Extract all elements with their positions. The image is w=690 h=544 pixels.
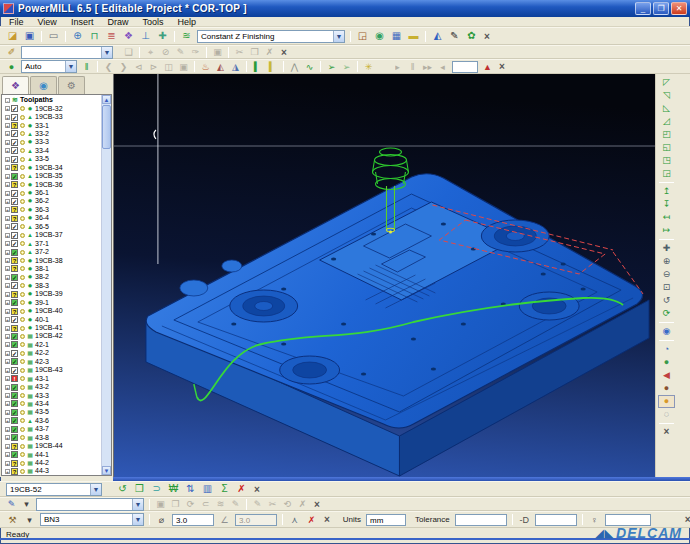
menu-item-insert[interactable]: Insert	[64, 18, 101, 27]
green-bar-icon[interactable]: ▍	[251, 61, 264, 73]
shade-plain-icon[interactable]: ●	[658, 356, 675, 369]
point-mode-icon[interactable]: ⋀	[288, 61, 301, 73]
expand-icon[interactable]: +	[5, 148, 10, 153]
expand-icon[interactable]: +	[5, 174, 10, 179]
toolpath-state-checkbox[interactable]: ?	[11, 122, 18, 129]
toolpath-item[interactable]: +?✹19CB-39	[2, 290, 101, 298]
draw-boundary-icon[interactable]: ✎	[229, 498, 242, 510]
start-point-icon[interactable]: ❖	[121, 29, 136, 43]
table-icon[interactable]: ▥	[200, 482, 215, 496]
toolpath-state-checkbox[interactable]: ✓	[11, 223, 18, 230]
run-macro-icon[interactable]: ❑	[122, 46, 135, 58]
expand-icon[interactable]: +	[5, 351, 10, 356]
expand-icon[interactable]: +	[5, 250, 10, 255]
sim-speed-field[interactable]	[452, 61, 478, 73]
toolpath-state-checkbox[interactable]: ?	[11, 325, 18, 332]
expand-icon[interactable]: +	[5, 317, 10, 322]
toolpath-item[interactable]: +✓✹38-2	[2, 273, 101, 281]
visibility-bulb-icon[interactable]	[20, 106, 25, 111]
scroll-up-icon[interactable]: ▲	[102, 95, 111, 104]
toolpath-state-checkbox[interactable]: ?	[11, 215, 18, 222]
toolpath-state-checkbox[interactable]: !	[11, 375, 18, 382]
open-boundary-icon[interactable]: ❐	[169, 498, 182, 510]
toolpath-item[interactable]: +✓▲19CB-35	[2, 172, 101, 180]
visibility-bulb-icon[interactable]	[20, 216, 25, 221]
toolpath-state-checkbox[interactable]: ✓	[11, 400, 18, 407]
visibility-bulb-icon[interactable]	[20, 359, 25, 364]
visibility-bulb-icon[interactable]	[20, 427, 25, 432]
title-bar[interactable]: PowerMILL 6.5 [ Editable Project * COR-T…	[0, 0, 690, 17]
toolpath-item[interactable]: +✓✹33-3	[2, 138, 101, 146]
toolpath-item[interactable]: +✓▦43-7	[2, 425, 101, 433]
eject-icon[interactable]: ▲	[481, 61, 494, 73]
toolpath-state-checkbox[interactable]: ✓	[11, 274, 18, 281]
rapid-heights-icon[interactable]: ≣	[104, 29, 119, 43]
toolpath-item[interactable]: +?▦19CB-44	[2, 442, 101, 450]
visibility-bulb-icon[interactable]	[20, 115, 25, 120]
shade-multicolour-icon[interactable]: ●	[658, 382, 675, 395]
toolpath-item[interactable]: +✓✹36-2	[2, 197, 101, 205]
toolpath-tree[interactable]: -≋Toolpaths+✓✹19CB-32+✓▲19CB-33+?✹33-1+✓…	[1, 94, 112, 476]
view-toolbar-close[interactable]: ×	[664, 426, 670, 437]
rapid-arrow-icon[interactable]: ➢	[340, 61, 353, 73]
simulation-mode-combo[interactable]: Auto▼	[21, 60, 77, 73]
visibility-bulb-icon[interactable]	[20, 469, 25, 474]
expand-icon[interactable]: +	[5, 410, 10, 415]
toolpath-state-checkbox[interactable]: ?	[11, 265, 18, 272]
feed-arrow-icon[interactable]: ➢	[325, 61, 338, 73]
toolpath-state-checkbox[interactable]: ?	[11, 206, 18, 213]
simulation-ball-icon[interactable]: ●	[5, 61, 18, 73]
expand-icon[interactable]: +	[5, 418, 10, 423]
expand-icon[interactable]: +	[5, 427, 10, 432]
toolpath-item[interactable]: +✓▦44-1	[2, 450, 101, 458]
visibility-bulb-icon[interactable]	[20, 258, 25, 263]
expand-icon[interactable]: +	[5, 258, 10, 263]
visibility-bulb-icon[interactable]	[20, 334, 25, 339]
view-iso2-icon[interactable]: ◹	[658, 89, 675, 102]
toolpath-item[interactable]: +✓✹36-1	[2, 189, 101, 197]
shade-a-icon[interactable]: ◭	[214, 61, 227, 73]
diameter-icon[interactable]: ⌀	[154, 513, 169, 527]
toolpath-state-checkbox[interactable]: ✓	[11, 350, 18, 357]
boundary-icon[interactable]: ✎	[5, 498, 18, 510]
visibility-bulb-icon[interactable]	[20, 191, 25, 196]
calculator-icon[interactable]: ◲	[355, 29, 370, 43]
toolpath-state-checkbox[interactable]: ✓	[11, 409, 18, 416]
view-iso3-icon[interactable]: ◺	[658, 102, 675, 115]
toolpath-state-checkbox[interactable]: ?	[11, 443, 18, 450]
chevron-down-icon[interactable]: ▼	[132, 514, 143, 525]
toolpath-state-checkbox[interactable]: ✓	[11, 341, 18, 348]
visibility-bulb-icon[interactable]	[20, 342, 25, 347]
edit-points-icon[interactable]: ✎	[251, 498, 264, 510]
batch-icon[interactable]: ❒	[132, 482, 147, 496]
expand-icon[interactable]: +	[5, 385, 10, 390]
viewport-canvas[interactable]	[114, 74, 655, 477]
toolpath-item[interactable]: +✓✹19CB-32	[2, 104, 101, 112]
graph-icon[interactable]: ◭	[430, 29, 445, 43]
visibility-bulb-icon[interactable]	[20, 401, 25, 406]
minimize-button[interactable]: _	[635, 2, 651, 15]
expand-icon[interactable]: +	[5, 401, 10, 406]
view-iso4-icon[interactable]: ◿	[658, 115, 675, 128]
zoom-in-icon[interactable]: ⊕	[658, 255, 675, 268]
scroll-thumb[interactable]	[102, 105, 111, 149]
feed-rate-icon[interactable]: ⊓	[87, 29, 102, 43]
visibility-bulb-icon[interactable]	[20, 385, 25, 390]
view-side-icon[interactable]: ◳	[658, 154, 675, 167]
view-top-icon[interactable]: ◰	[658, 128, 675, 141]
expand-icon[interactable]: +	[5, 157, 10, 162]
record-macro-icon[interactable]: ⌖	[144, 46, 157, 58]
wave-mode-icon[interactable]: ∿	[303, 61, 316, 73]
toolpath-state-checkbox[interactable]: ✓	[11, 147, 18, 154]
tool-group-close[interactable]: ×	[324, 514, 330, 525]
toolpath-item[interactable]: +?✹19CB-41	[2, 324, 101, 332]
visibility-bulb-icon[interactable]	[20, 368, 25, 373]
toolpath-state-checkbox[interactable]: ✓	[11, 249, 18, 256]
toolpath-state-checkbox[interactable]: ?	[11, 468, 18, 475]
visibility-bulb-icon[interactable]	[20, 199, 25, 204]
visibility-bulb-icon[interactable]	[20, 131, 25, 136]
main-toolbar-close[interactable]: ×	[484, 31, 490, 42]
copy-icon[interactable]: ❒	[248, 46, 261, 58]
expand-icon[interactable]: +	[5, 452, 10, 457]
tool-combo[interactable]: BN3▼	[40, 513, 144, 526]
